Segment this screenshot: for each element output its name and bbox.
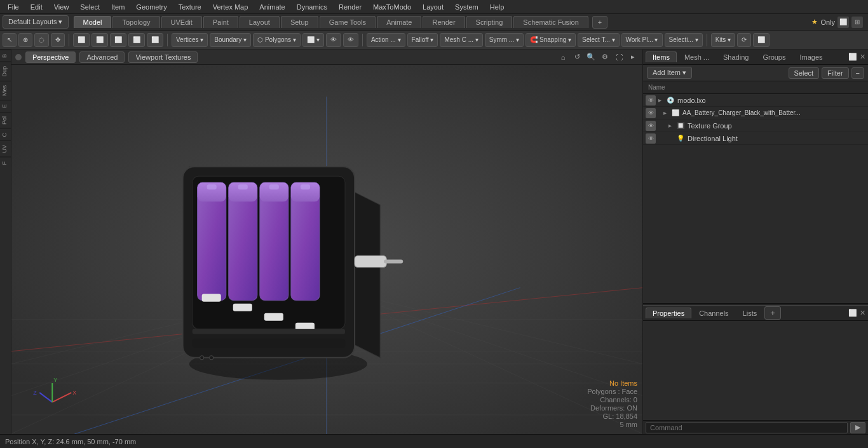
menu-help[interactable]: Help xyxy=(485,2,510,12)
kits-btn[interactable]: Kits ▾ xyxy=(711,33,735,47)
tab-animate[interactable]: Animate xyxy=(377,16,421,28)
tab-scripting[interactable]: Scripting xyxy=(466,16,513,28)
polygons-btn[interactable]: ⬡Polygons ▾ xyxy=(253,33,301,47)
menu-file[interactable]: File xyxy=(3,2,24,12)
add-mode-tab[interactable]: + xyxy=(592,16,607,29)
select-btn[interactable]: Select xyxy=(789,67,820,79)
sidebar-tab-b[interactable]: B xyxy=(0,50,11,62)
select-t-btn[interactable]: Select T... ▾ xyxy=(578,33,620,47)
menu-edit[interactable]: Edit xyxy=(25,2,48,12)
item-expand-3[interactable]: ▸ xyxy=(668,135,676,142)
item-texture-group[interactable]: 👁 ▸ 🔲 Texture Group xyxy=(643,119,868,132)
menu-texture[interactable]: Texture xyxy=(173,2,207,12)
item-battery-charger[interactable]: 👁 ▸ ⬜ AA_Battery_Charger_Black_with_Batt… xyxy=(643,107,868,119)
item-vis-2[interactable]: 👁 xyxy=(646,121,656,131)
vp-more-btn[interactable]: ▸ xyxy=(627,51,639,63)
work-pl-btn[interactable]: Work Pl... ▾ xyxy=(621,33,663,47)
menu-select[interactable]: Select xyxy=(75,2,105,12)
lasso-btn[interactable]: ◌ xyxy=(34,33,49,47)
command-go-btn[interactable]: ▶ xyxy=(850,422,865,433)
tab-game-tools[interactable]: Game Tools xyxy=(320,16,376,28)
vp-settings-btn[interactable]: ⚙ xyxy=(599,51,611,63)
vp-tab-perspective[interactable]: Perspective xyxy=(25,51,76,63)
mode-icon-btn-1[interactable]: ⬜ xyxy=(837,17,849,28)
vertices-btn[interactable]: Vertices ▾ xyxy=(172,33,208,47)
vp-rotate-btn[interactable]: ↺ xyxy=(571,51,583,63)
refresh-btn[interactable]: ⟳ xyxy=(737,33,751,47)
transform-btn[interactable]: ✥ xyxy=(51,33,65,47)
item-expand-0[interactable]: ▸ xyxy=(658,97,666,104)
item-vis-0[interactable]: 👁 xyxy=(646,95,656,105)
tab-layout[interactable]: Layout xyxy=(240,16,280,28)
bp-tab-channels[interactable]: Channels xyxy=(693,308,735,318)
menu-maxtomodo[interactable]: MaxToModo xyxy=(368,2,416,12)
sidebar-tab-c[interactable]: C xyxy=(0,128,11,141)
bp-tab-properties[interactable]: Properties xyxy=(646,308,691,318)
tab-topology[interactable]: Topology xyxy=(112,16,159,28)
rp-tab-shading[interactable]: Shading xyxy=(717,52,755,62)
menu-vertex-map[interactable]: Vertex Map xyxy=(208,2,254,12)
snapping-btn[interactable]: 🧲Snapping ▾ xyxy=(526,33,576,47)
bp-close-icon[interactable]: ✕ xyxy=(860,309,865,317)
menu-render[interactable]: Render xyxy=(334,2,367,12)
vp-expand-btn[interactable]: ⛶ xyxy=(613,51,625,63)
bp-tab-lists[interactable]: Lists xyxy=(736,308,764,318)
rp-tab-mesh[interactable]: Mesh ... xyxy=(678,52,715,62)
boundary-btn[interactable]: Boundary ▾ xyxy=(210,33,251,47)
filter-btn[interactable]: Filter xyxy=(822,67,848,79)
last-toolbar-btn[interactable]: ⬜ xyxy=(753,33,770,47)
box-btn[interactable]: ⬜ xyxy=(73,33,90,47)
tab-model[interactable]: Model xyxy=(74,16,112,28)
selecti-btn[interactable]: Selecti... ▾ xyxy=(665,33,703,47)
rp-close-icon[interactable]: ✕ xyxy=(860,53,865,61)
menu-system[interactable]: System xyxy=(450,2,484,12)
item-expand-1[interactable]: ▸ xyxy=(663,109,671,116)
rp-tab-items[interactable]: Items xyxy=(646,51,677,62)
menu-view[interactable]: View xyxy=(49,2,74,12)
tab-paint[interactable]: Paint xyxy=(203,16,238,28)
sidebar-tab-f[interactable]: F xyxy=(0,157,11,169)
eye2-btn[interactable]: 👁 xyxy=(343,33,358,47)
box4-btn[interactable]: ⬜ xyxy=(128,33,145,47)
shading-btn[interactable]: ⬜ ▾ xyxy=(302,33,324,47)
item-expand-2[interactable]: ▸ xyxy=(668,122,676,129)
menu-dynamics[interactable]: Dynamics xyxy=(292,2,332,12)
falloff-btn[interactable]: Falloff ▾ xyxy=(407,33,438,47)
symm-btn[interactable]: Symm ... ▾ xyxy=(485,33,524,47)
item-vis-3[interactable]: 👁 xyxy=(646,133,656,144)
item-modo-lxo[interactable]: 👁 ▸ 💿 modo.lxo xyxy=(643,94,868,107)
menu-item[interactable]: Item xyxy=(106,2,130,12)
tab-schematic-fusion[interactable]: Schematic Fusion xyxy=(513,16,588,28)
sidebar-tab-e[interactable]: E xyxy=(0,100,11,112)
sidebar-tab-pol[interactable]: Pol xyxy=(0,112,11,128)
items-list[interactable]: 👁 ▸ 💿 modo.lxo 👁 ▸ ⬜ AA_Battery_Charger_… xyxy=(643,94,868,303)
sidebar-tab-mes[interactable]: Mes xyxy=(0,81,11,100)
tab-setup[interactable]: Setup xyxy=(281,16,318,28)
menu-animate[interactable]: Animate xyxy=(254,2,290,12)
mode-icon-btn-2[interactable]: ⊞ xyxy=(851,17,863,28)
tab-render[interactable]: Render xyxy=(423,16,465,28)
rp-tab-images[interactable]: Images xyxy=(793,52,829,62)
tab-uvedit[interactable]: UVEdit xyxy=(161,16,202,28)
eye1-btn[interactable]: 👁 xyxy=(326,33,341,47)
cursor-btn[interactable]: ↖ xyxy=(3,33,17,47)
box2-btn[interactable]: ⬜ xyxy=(92,33,108,47)
viewport-canvas[interactable]: X Z Y No Items Polygons : Face Channels:… xyxy=(11,65,642,434)
bp-expand-icon[interactable]: ⬜ xyxy=(848,309,857,317)
globe-btn[interactable]: ⊕ xyxy=(18,33,32,47)
action-btn[interactable]: Action ... ▾ xyxy=(367,33,405,47)
vp-home-btn[interactable]: ⌂ xyxy=(557,51,569,63)
item-vis-1[interactable]: 👁 xyxy=(646,108,656,118)
collapse-btn[interactable]: − xyxy=(851,67,864,79)
menu-layout[interactable]: Layout xyxy=(417,2,449,12)
rp-tab-groups[interactable]: Groups xyxy=(756,52,792,62)
mesh-btn[interactable]: Mesh C ... ▾ xyxy=(440,33,482,47)
vp-tab-textures[interactable]: Viewport Textures xyxy=(128,51,198,63)
layout-dropdown[interactable]: Default Layouts ▾ xyxy=(3,15,69,29)
add-item-btn[interactable]: Add Item ▾ xyxy=(647,67,692,79)
sidebar-tab-uv[interactable]: UV xyxy=(0,140,11,157)
box3-btn[interactable]: ⬜ xyxy=(110,33,126,47)
rp-expand-icon[interactable]: ⬜ xyxy=(848,53,857,61)
vp-tab-advanced[interactable]: Advanced xyxy=(79,51,125,63)
box5-btn[interactable]: ⬜ xyxy=(147,33,163,47)
